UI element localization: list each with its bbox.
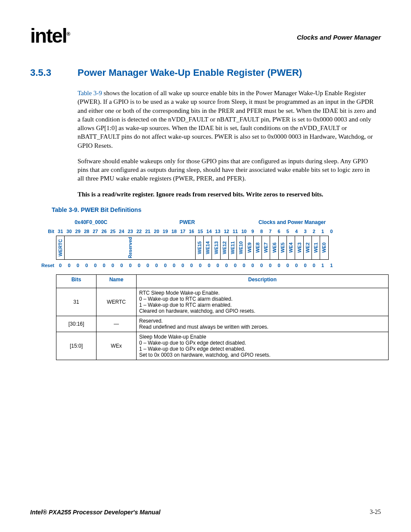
bit-field: WE12 — [220, 236, 229, 260]
desc-bits: [15:0] — [56, 332, 97, 360]
bit-field: WE5 — [278, 236, 287, 260]
bit-number: 7 — [266, 227, 274, 236]
bit-number: 6 — [274, 227, 283, 236]
page-footer: Intel® PXA255 Processor Developer's Manu… — [30, 509, 381, 516]
desc-row: [15:0]WExSleep Mode Wake-up Enable 0 – W… — [56, 332, 389, 360]
reset-value: 0 — [74, 260, 82, 271]
bit-field: WE8 — [253, 236, 262, 260]
reset-value: 0 — [91, 260, 100, 271]
bit-field: WE1 — [311, 236, 320, 260]
reg-address: 0x40F0_000C — [56, 218, 126, 227]
bit-number: 27 — [91, 227, 100, 236]
bit-number: 5 — [283, 227, 292, 236]
bit-number: 18 — [170, 227, 178, 236]
reset-value: 0 — [205, 260, 213, 271]
bit-number: 26 — [100, 227, 108, 236]
bit-number: 24 — [117, 227, 126, 236]
bit-number: 14 — [205, 227, 213, 236]
page: intel® Clocks and Power Manager 3.5.3Pow… — [0, 0, 411, 532]
bit-number: 30 — [65, 227, 73, 236]
reg-info-row: 0x40F0_000CPWERClocks and Power Manager — [37, 218, 381, 227]
paragraph-2: Software should enable wakeups only for … — [78, 157, 377, 183]
reset-value: 0 — [117, 260, 126, 271]
bit-field: WE13 — [212, 236, 220, 260]
bit-number: 22 — [135, 227, 143, 236]
reset-value: 0 — [222, 260, 231, 271]
reset-value: 0 — [161, 260, 170, 271]
reset-value: 0 — [196, 260, 205, 271]
bit-number: 2 — [310, 227, 318, 236]
field-name-row: WERTCReservedWE15WE14WE13WE12WE11WE10WE9… — [37, 236, 381, 260]
desc-text: Sleep Mode Wake-up Enable 0 – Wake-up du… — [137, 332, 389, 360]
bit-field: WE11 — [228, 236, 237, 260]
bit-number: 31 — [56, 227, 65, 236]
reset-value: 0 — [152, 260, 161, 271]
register-bit-table: 0x40F0_000CPWERClocks and Power Manager … — [37, 218, 381, 271]
logo-text: intel — [30, 25, 67, 47]
desc-text: RTC Sleep Mode Wake-up Enable. 0 – Wake-… — [137, 288, 389, 316]
hdr-desc: Description — [137, 274, 389, 288]
table-caption: Table 3-9. PWER Bit Definitions — [52, 206, 381, 213]
reset-value: 0 — [310, 260, 318, 271]
reset-value: 0 — [82, 260, 91, 271]
desc-bits: 31 — [56, 288, 97, 316]
bit-number: 8 — [257, 227, 266, 236]
bit-number-row: Bit 313029282726252423222120191817161514… — [37, 227, 381, 236]
bit-number: 29 — [74, 227, 82, 236]
reset-value: 0 — [143, 260, 152, 271]
reset-value: 0 — [231, 260, 240, 271]
reset-value: 0 — [126, 260, 134, 271]
reset-value: 0 — [135, 260, 143, 271]
reset-value: 0 — [249, 260, 257, 271]
reset-value: 0 — [240, 260, 248, 271]
reset-row-label: Reset — [37, 260, 56, 271]
bit-field: WERTC — [56, 236, 65, 260]
header-section-title: Clocks and Power Manager — [297, 34, 381, 41]
bit-number: 11 — [231, 227, 240, 236]
desc-header-row: Bits Name Description — [56, 274, 389, 288]
bit-field: WE9 — [245, 236, 254, 260]
reset-value: 0 — [109, 260, 117, 271]
desc-name: WEx — [97, 332, 137, 360]
bit-field: WE0 — [320, 236, 328, 260]
reset-value: 1 — [318, 260, 327, 271]
intel-logo: intel® — [30, 26, 69, 46]
reset-value: 0 — [187, 260, 196, 271]
desc-text: Reserved. Read undefined and must always… — [137, 316, 389, 332]
bit-field: WE2 — [303, 236, 312, 260]
bit-number: 28 — [82, 227, 91, 236]
hdr-name: Name — [97, 274, 137, 288]
reset-row: Reset 00000000000000000000000000000011 — [37, 260, 381, 271]
reset-value: 0 — [100, 260, 108, 271]
bit-field: WE10 — [237, 236, 245, 260]
desc-name: — — [97, 316, 137, 332]
reset-value: 0 — [274, 260, 283, 271]
bit-number: 20 — [152, 227, 161, 236]
section-title: Power Manager Wake-Up Enable Register (P… — [78, 67, 302, 78]
section-heading: 3.5.3Power Manager Wake-Up Enable Regist… — [30, 67, 381, 78]
bit-field: WE7 — [262, 236, 270, 260]
bit-number: 9 — [249, 227, 257, 236]
bit-number: 0 — [327, 227, 336, 236]
bit-number: 13 — [213, 227, 222, 236]
reset-value: 0 — [170, 260, 178, 271]
bit-number: 21 — [143, 227, 152, 236]
desc-bits: [30:16] — [56, 316, 97, 332]
bit-number: 3 — [301, 227, 309, 236]
bit-number: 12 — [222, 227, 231, 236]
section-number: 3.5.3 — [30, 67, 78, 78]
reg-name: PWER — [126, 218, 248, 227]
reset-value: 0 — [301, 260, 309, 271]
reset-value: 0 — [292, 260, 301, 271]
bit-field: WE15 — [195, 236, 204, 260]
reset-value: 0 — [266, 260, 274, 271]
body-text: Table 3-9 shows the location of all wake… — [78, 89, 377, 199]
page-header: intel® Clocks and Power Manager — [30, 26, 381, 46]
hdr-bits: Bits — [56, 274, 97, 288]
table-ref-link[interactable]: Table 3-9 — [78, 90, 102, 96]
reset-value: 0 — [283, 260, 292, 271]
bit-number: 19 — [161, 227, 170, 236]
reset-value: 0 — [56, 260, 65, 271]
paragraph-3: This is a read/write register. Ignore re… — [78, 190, 377, 199]
reset-value: 0 — [178, 260, 187, 271]
